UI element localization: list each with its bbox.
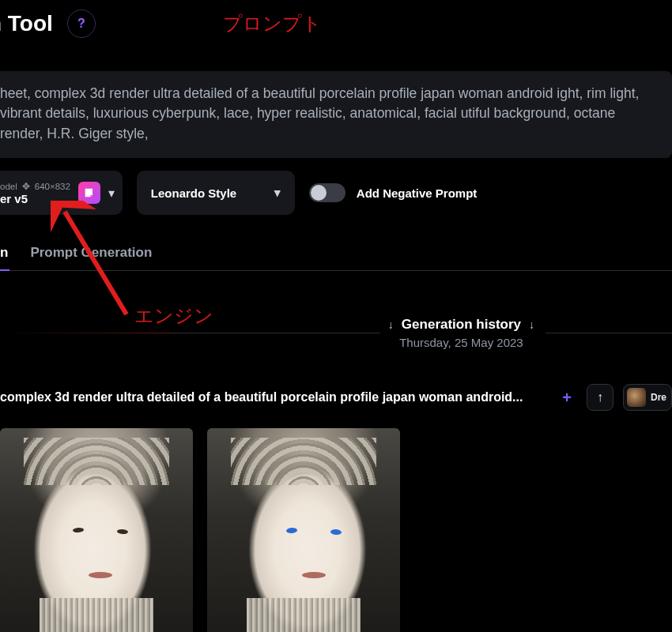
negative-prompt-toggle[interactable] bbox=[309, 183, 345, 202]
style-selector[interactable]: Leonardo Style ▾ bbox=[137, 171, 295, 215]
model-name: er v5 bbox=[0, 192, 70, 205]
page-title: ion Tool bbox=[0, 11, 53, 36]
model-label: odel bbox=[0, 182, 17, 191]
prompt-textarea[interactable]: heet, complex 3d render ultra detailed o… bbox=[0, 71, 672, 158]
move-icon: ✥ bbox=[22, 181, 30, 192]
generated-image[interactable] bbox=[0, 428, 193, 632]
add-button[interactable]: + bbox=[557, 389, 577, 407]
model-chip-thumbnail bbox=[627, 388, 646, 407]
sort-icon[interactable]: ↓ bbox=[529, 318, 534, 331]
help-button[interactable]: ? bbox=[67, 9, 96, 38]
chevron-down-icon: ▾ bbox=[274, 186, 281, 200]
model-selector[interactable]: odel ✥ 640×832 er v5 ▾ bbox=[0, 171, 123, 215]
model-dimensions: 640×832 bbox=[35, 182, 70, 191]
sort-icon[interactable]: ↓ bbox=[388, 318, 394, 331]
tab-prompt-generation[interactable]: Prompt Generation bbox=[30, 245, 152, 261]
arrow-up-icon: ↑ bbox=[597, 390, 603, 404]
generation-entry-prompt[interactable]: complex 3d render ultra detailed of a be… bbox=[0, 390, 547, 404]
model-chip-label: Dre bbox=[651, 392, 666, 403]
model-chip[interactable]: Dre bbox=[623, 384, 672, 411]
style-value: Leonardo Style bbox=[151, 186, 236, 200]
toggle-knob bbox=[311, 185, 327, 201]
generation-history-date: Thursday, 25 May 2023 bbox=[399, 336, 523, 349]
generation-history-title: Generation history bbox=[402, 317, 521, 333]
upload-button[interactable]: ↑ bbox=[587, 384, 613, 411]
question-icon: ? bbox=[77, 17, 85, 31]
chevron-down-icon: ▾ bbox=[108, 186, 115, 201]
generated-image[interactable] bbox=[207, 428, 400, 632]
notes-icon bbox=[78, 182, 100, 204]
negative-prompt-label: Add Negative Prompt bbox=[357, 186, 478, 200]
tab-image-generation[interactable]: n bbox=[0, 245, 8, 261]
divider bbox=[0, 333, 380, 333]
divider bbox=[546, 333, 672, 333]
